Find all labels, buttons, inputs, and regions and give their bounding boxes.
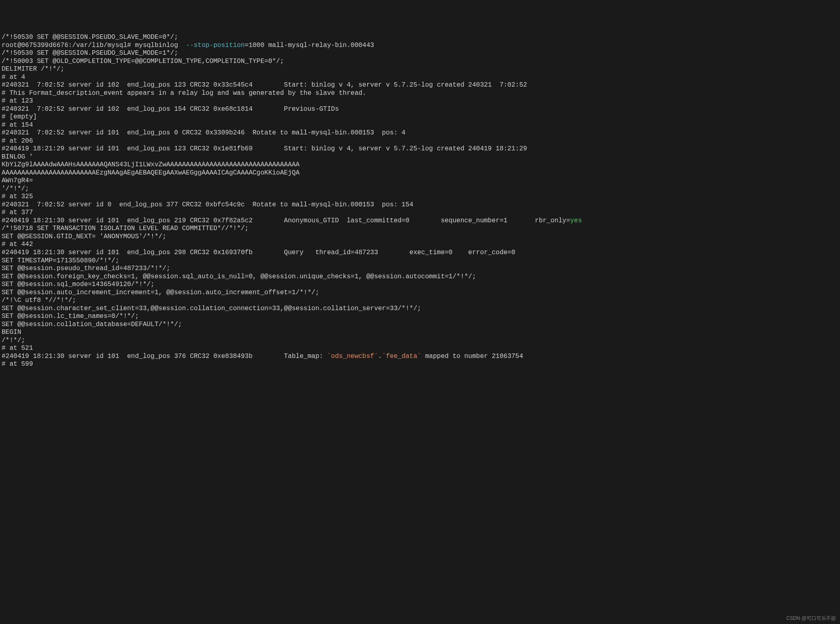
terminal-text: `ods_newcbsf` [327,353,378,360]
terminal-line: # at 4 [2,74,838,82]
terminal-text: # This Format_description_event appears … [2,89,366,97]
terminal-line: SET @@session.collation_database=DEFAULT… [2,321,838,329]
terminal-text: yes [570,217,582,224]
terminal-line: SET @@session.character_set_client=33,@@… [2,305,838,313]
terminal-text: /*!50003 SET @OLD_COMPLETION_TYPE=@@COMP… [2,58,284,65]
terminal-text: /*!\C utf8 *//*!*/; [2,297,76,304]
terminal-line: AWn7gR4= [2,177,838,185]
terminal-line: SET @@session.auto_increment_increment=1… [2,289,838,297]
terminal-text: # at 4 [2,74,25,81]
terminal-line: SET TIMESTAMP=1713550890/*!*/; [2,257,838,265]
terminal-text: SET @@session.auto_increment_increment=1… [2,289,319,296]
terminal-text: mapped to number 21063754 [421,353,523,360]
terminal-line: # at 154 [2,121,838,130]
terminal-line: # at 325 [2,193,838,201]
terminal-line: AAAAAAAAAAAAAAAAAAAAAAAAEzgNAAgAEgAEBAQE… [2,169,838,177]
terminal-text: =1000 mall-mysql-relay-bin.000443 [245,42,374,49]
terminal-text: # at 123 [2,97,33,105]
terminal-text: AAAAAAAAAAAAAAAAAAAAAAAAEzgNAAgAEgAEBAQE… [2,169,300,177]
terminal-text: `fee_data` [382,353,421,360]
terminal-text: # at 206 [2,137,33,145]
terminal-line: #240321 7:02:52 server id 101 end_log_po… [2,129,838,137]
terminal-line: root@0675399d6676:/var/lib/mysql# mysqlb… [2,42,838,50]
terminal-line: # at 442 [2,241,838,249]
terminal-text: SET @@session.sql_mode=1436549120/*!*/; [2,281,154,288]
terminal-text: /*!50530 SET @@SESSION.PSEUDO_SLAVE_MODE… [2,49,178,57]
terminal-line: /*!50530 SET @@SESSION.PSEUDO_SLAVE_MODE… [2,34,838,42]
terminal-line: # at 521 [2,344,838,353]
terminal-text: . [378,353,382,360]
terminal-text: #240321 7:02:52 server id 102 end_log_po… [2,105,339,113]
terminal-line: #240419 18:21:30 server id 101 end_log_p… [2,353,838,361]
terminal-line: SET @@session.sql_mode=1436549120/*!*/; [2,281,838,289]
terminal-text: SET TIMESTAMP=1713550890/*!*/; [2,257,119,264]
terminal-text: KbYiZg9lAAAAdwAAAHsAAAAAAAQANS43LjI1LWxv… [2,161,300,168]
terminal-text: BINLOG ' [2,153,33,161]
terminal-line: SET @@session.lc_time_names=0/*!*/; [2,313,838,321]
terminal-text: #240419 18:21:29 server id 101 end_log_p… [2,145,527,152]
terminal-text: '/*!*/; [2,185,29,192]
terminal-output[interactable]: /*!50530 SET @@SESSION.PSEUDO_SLAVE_MODE… [2,34,838,369]
terminal-text: # at 154 [2,121,33,129]
terminal-text: SET @@session.foreign_key_checks=1, @@se… [2,273,476,280]
terminal-line: #240321 7:02:52 server id 0 end_log_pos … [2,201,838,209]
terminal-line: BEGIN [2,329,838,337]
terminal-line: #240419 18:21:30 server id 101 end_log_p… [2,249,838,257]
terminal-line: /*!50718 SET TRANSACTION ISOLATION LEVEL… [2,225,838,233]
terminal-line: # [empty] [2,113,838,121]
terminal-text: #240321 7:02:52 server id 0 end_log_pos … [2,201,413,208]
terminal-text: #240419 18:21:30 server id 101 end_log_p… [2,249,515,256]
terminal-line: /*!50003 SET @OLD_COMPLETION_TYPE=@@COMP… [2,58,838,66]
terminal-line: #240321 7:02:52 server id 102 end_log_po… [2,81,838,89]
terminal-text: #240419 18:21:30 server id 101 end_log_p… [2,353,327,360]
terminal-text: /*!50718 SET TRANSACTION ISOLATION LEVEL… [2,225,249,232]
terminal-text: # at 442 [2,241,33,248]
terminal-line: # at 206 [2,137,838,145]
terminal-text: # at 377 [2,209,33,216]
terminal-text: DELIMITER /*!*/; [2,65,65,73]
terminal-line: # at 377 [2,209,838,217]
terminal-line: /*!50530 SET @@SESSION.PSEUDO_SLAVE_MODE… [2,49,838,58]
terminal-line: # at 123 [2,97,838,105]
terminal-line: DELIMITER /*!*/; [2,65,838,74]
terminal-line: '/*!*/; [2,185,838,193]
terminal-line: #240321 7:02:52 server id 102 end_log_po… [2,105,838,114]
terminal-line: #240419 18:21:29 server id 101 end_log_p… [2,145,838,153]
terminal-text: --stop-position [186,42,245,49]
terminal-text: # [empty] [2,113,37,121]
terminal-text: SET @@session.character_set_client=33,@@… [2,305,421,312]
terminal-text: #240419 18:21:30 server id 101 end_log_p… [2,217,570,224]
terminal-text: # at 521 [2,344,33,352]
terminal-text: SET @@session.lc_time_names=0/*!*/; [2,313,139,320]
terminal-text: SET @@session.collation_database=DEFAULT… [2,321,182,328]
terminal-text: # at 325 [2,193,33,200]
terminal-text: AWn7gR4= [2,177,33,184]
terminal-line: SET @@session.pseudo_thread_id=487233/*!… [2,265,838,273]
terminal-line: /*!*/; [2,337,838,345]
terminal-line: #240419 18:21:30 server id 101 end_log_p… [2,217,838,225]
terminal-text: BEGIN [2,329,21,336]
terminal-text: /*!50530 SET @@SESSION.PSEUDO_SLAVE_MODE… [2,34,178,41]
terminal-text: # at 599 [2,360,33,368]
terminal-line: /*!\C utf8 *//*!*/; [2,297,838,305]
terminal-text: /*!*/; [2,337,25,344]
terminal-text: SET @@SESSION.GTID_NEXT= 'ANONYMOUS'/*!*… [2,233,166,240]
terminal-text: SET @@session.pseudo_thread_id=487233/*!… [2,265,170,272]
terminal-text: #240321 7:02:52 server id 102 end_log_po… [2,81,527,89]
terminal-line: # This Format_description_event appears … [2,89,838,98]
terminal-text: #240321 7:02:52 server id 101 end_log_po… [2,129,406,136]
terminal-line: SET @@SESSION.GTID_NEXT= 'ANONYMOUS'/*!*… [2,233,838,241]
terminal-line: BINLOG ' [2,153,838,161]
terminal-line: SET @@session.foreign_key_checks=1, @@se… [2,273,838,281]
terminal-text: root@0675399d6676:/var/lib/mysql# mysqlb… [2,42,186,49]
terminal-line: KbYiZg9lAAAAdwAAAHsAAAAAAAQANS43LjI1LWxv… [2,161,838,169]
terminal-line: # at 599 [2,360,838,369]
